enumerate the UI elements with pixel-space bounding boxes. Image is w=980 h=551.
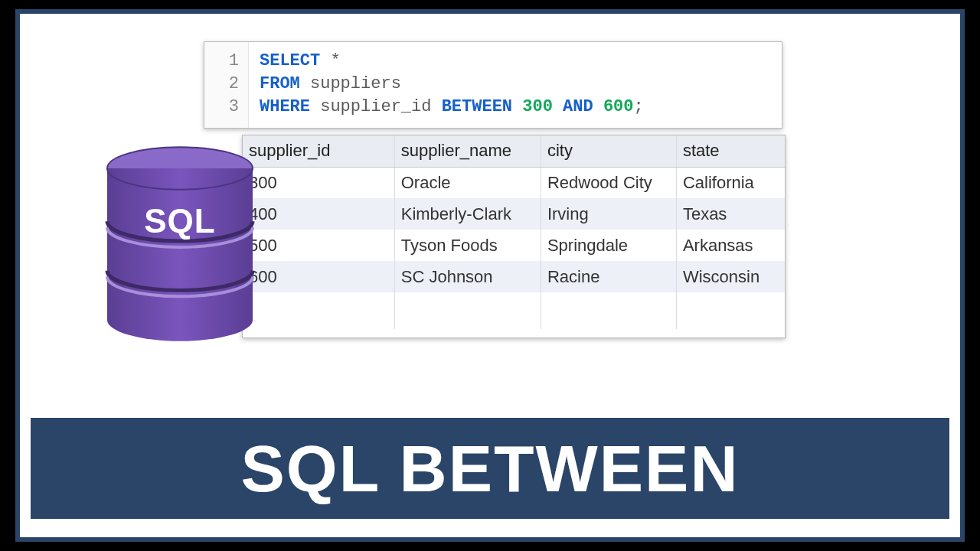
select-star: * <box>330 51 340 70</box>
cell-supplier-name: Tyson Foods <box>394 230 541 261</box>
column-header-supplier-name: supplier_name <box>394 135 541 167</box>
table-header-row: supplier_id supplier_name city state <box>243 135 785 167</box>
table-row: 600 SC Johnson Racine Wisconsin <box>243 261 785 292</box>
code-line: WHERE supplier_id BETWEEN 300 AND 600; <box>260 96 782 119</box>
cell-city: Racine <box>541 261 676 292</box>
table-row: 400 Kimberly-Clark Irving Texas <box>243 198 785 230</box>
slide-frame: 1 2 3 SELECT * FROM suppliers WHERE supp… <box>15 9 965 542</box>
cell-city: Springdale <box>541 230 676 261</box>
table-name: suppliers <box>310 74 401 93</box>
page-title: SQL BETWEEN <box>240 431 739 507</box>
cell-state: Texas <box>676 198 785 230</box>
literal-number: 300 <box>522 97 553 116</box>
sql-code-panel: 1 2 3 SELECT * FROM suppliers WHERE supp… <box>204 41 782 129</box>
cell-supplier-id: 500 <box>243 230 394 261</box>
result-table-panel: supplier_id supplier_name city state 300… <box>242 135 786 338</box>
cell-city: Redwood City <box>541 167 676 198</box>
cell-state: California <box>676 167 785 198</box>
line-number: 1 <box>204 50 239 73</box>
cell-state: Wisconsin <box>676 261 785 292</box>
cell-supplier-name: Oracle <box>394 167 541 198</box>
cell-supplier-id: 600 <box>243 261 394 292</box>
content-area: 1 2 3 SELECT * FROM suppliers WHERE supp… <box>20 14 960 404</box>
column-header-state: state <box>676 135 785 167</box>
line-number: 2 <box>204 73 239 96</box>
cell-supplier-name: SC Johnson <box>394 261 541 292</box>
terminator: ; <box>634 97 644 116</box>
svg-point-2 <box>107 298 253 341</box>
column-header-supplier-id: supplier_id <box>243 135 394 167</box>
column-header-city: city <box>541 135 676 167</box>
keyword-where: WHERE <box>260 97 310 116</box>
result-table: supplier_id supplier_name city state 300… <box>243 135 785 329</box>
literal-number: 600 <box>603 97 634 116</box>
cell-city: Irving <box>541 198 676 230</box>
code-line: SELECT * <box>260 50 782 73</box>
cell-state: Arkansas <box>676 230 785 261</box>
keyword-and: AND <box>563 97 593 116</box>
keyword-between: BETWEEN <box>442 97 512 116</box>
database-icon-label: SQL <box>104 202 256 240</box>
cell-supplier-id: 300 <box>243 167 394 198</box>
code-line: FROM suppliers <box>260 73 782 96</box>
line-number-gutter: 1 2 3 <box>204 42 249 128</box>
keyword-from: FROM <box>260 74 300 93</box>
database-icon: SQL <box>104 145 256 343</box>
cell-supplier-name: Kimberly-Clark <box>394 198 541 230</box>
where-column: supplier_id <box>320 97 431 116</box>
title-banner: SQL BETWEEN <box>31 418 949 519</box>
keyword-select: SELECT <box>260 51 320 70</box>
table-row-empty <box>243 292 785 329</box>
cell-supplier-id: 400 <box>243 198 394 230</box>
line-number: 3 <box>204 96 239 119</box>
table-row: 300 Oracle Redwood City California <box>243 167 785 198</box>
table-row: 500 Tyson Foods Springdale Arkansas <box>243 230 785 261</box>
code-body: SELECT * FROM suppliers WHERE supplier_i… <box>249 42 782 128</box>
